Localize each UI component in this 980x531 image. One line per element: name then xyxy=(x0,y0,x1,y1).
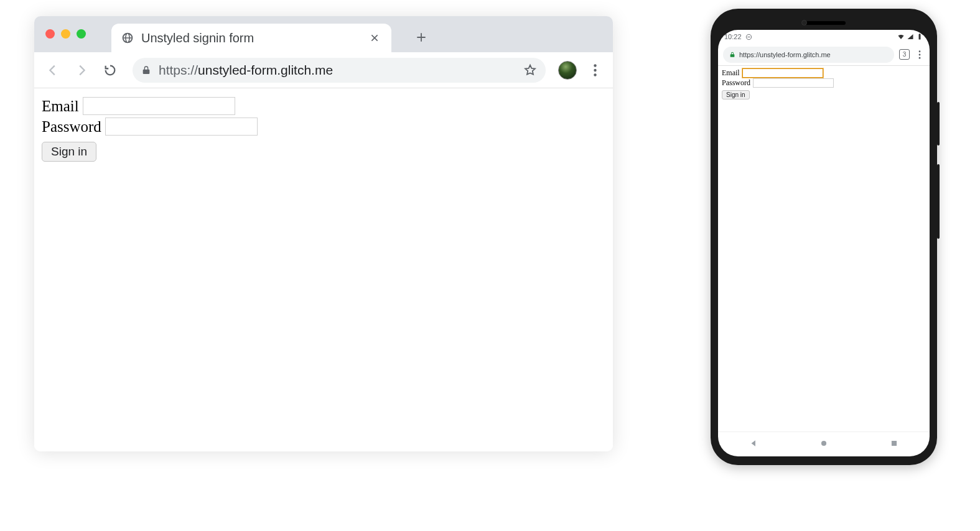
browser-menu-button[interactable] xyxy=(586,61,604,80)
browser-tab[interactable]: Unstyled signin form xyxy=(111,24,391,52)
mobile-browser-toolbar: https://unstyled-form.glitch.me 3 xyxy=(718,44,930,66)
email-label: Email xyxy=(42,98,79,115)
phone-side-button xyxy=(937,102,940,145)
svg-point-0 xyxy=(594,64,596,67)
maximize-window-button[interactable] xyxy=(77,29,86,39)
phone-frame: 10:22 ht xyxy=(711,9,937,465)
mobile-menu-button[interactable] xyxy=(915,50,925,59)
url-origin: unstyled-form.glitch.me xyxy=(198,63,333,77)
mobile-email-input[interactable] xyxy=(742,68,823,78)
email-input[interactable] xyxy=(83,97,235,115)
minimize-window-button[interactable] xyxy=(61,29,70,39)
reload-button[interactable] xyxy=(100,60,120,80)
status-right xyxy=(897,33,923,40)
password-row: Password xyxy=(42,118,605,136)
mobile-address-bar[interactable]: https://unstyled-form.glitch.me xyxy=(723,47,894,63)
tab-title: Unstyled signin form xyxy=(141,31,360,45)
svg-point-8 xyxy=(919,57,921,58)
wifi-icon xyxy=(897,33,905,40)
svg-rect-4 xyxy=(919,34,921,40)
url-text: https://unstyled-form.glitch.me xyxy=(159,63,516,78)
back-button[interactable] xyxy=(43,60,63,80)
forward-button[interactable] xyxy=(72,60,91,80)
phone-side-button xyxy=(937,164,940,239)
mobile-url-text: https://unstyled-form.glitch.me xyxy=(739,51,831,58)
phone-speaker xyxy=(802,21,846,25)
tab-switcher-button[interactable]: 3 xyxy=(899,49,910,60)
password-input[interactable] xyxy=(105,118,258,136)
close-tab-button[interactable] xyxy=(368,31,381,45)
mobile-password-row: Password xyxy=(722,78,926,88)
status-time: 10:22 xyxy=(724,33,742,40)
svg-rect-5 xyxy=(919,34,920,34)
mobile-page-content: Email Password Sign in xyxy=(718,66,930,432)
status-left: 10:22 xyxy=(724,33,752,40)
svg-rect-10 xyxy=(892,440,897,445)
email-row: Email xyxy=(42,97,605,115)
new-tab-button[interactable] xyxy=(409,25,434,50)
url-scheme: https:// xyxy=(159,63,198,77)
do-not-disturb-icon xyxy=(745,34,752,40)
close-window-button[interactable] xyxy=(45,29,55,39)
globe-icon xyxy=(121,32,134,44)
tab-strip: Unstyled signin form xyxy=(34,16,613,52)
bookmark-star-icon[interactable] xyxy=(523,63,537,77)
page-content: Email Password Sign in xyxy=(34,88,613,451)
svg-point-2 xyxy=(594,73,596,76)
android-home-button[interactable] xyxy=(819,439,828,450)
window-controls xyxy=(45,29,86,39)
android-status-bar: 10:22 xyxy=(718,30,930,44)
desktop-browser-window: Unstyled signin form https://unstyled-fo… xyxy=(34,16,613,451)
mobile-signin-button[interactable]: Sign in xyxy=(722,90,750,99)
battery-icon xyxy=(916,33,923,40)
android-nav-bar xyxy=(718,432,930,456)
profile-avatar[interactable] xyxy=(558,61,577,80)
svg-point-1 xyxy=(594,68,596,71)
phone-screen: 10:22 ht xyxy=(718,30,930,456)
lock-icon xyxy=(729,52,735,58)
browser-toolbar: https://unstyled-form.glitch.me xyxy=(34,52,613,88)
android-overview-button[interactable] xyxy=(890,439,898,450)
svg-point-6 xyxy=(919,50,921,52)
mobile-email-row: Email xyxy=(722,68,926,78)
tab-count: 3 xyxy=(903,51,907,58)
signal-icon xyxy=(907,33,914,40)
android-back-button[interactable] xyxy=(749,439,758,450)
mobile-email-label: Email xyxy=(722,68,740,78)
svg-point-9 xyxy=(821,440,826,445)
lock-icon xyxy=(141,65,151,75)
mobile-password-label: Password xyxy=(722,78,750,88)
address-bar[interactable]: https://unstyled-form.glitch.me xyxy=(133,58,546,83)
signin-button[interactable]: Sign in xyxy=(42,142,96,162)
svg-point-7 xyxy=(919,53,921,55)
phone-camera xyxy=(801,20,807,25)
password-label: Password xyxy=(42,118,101,136)
mobile-password-input[interactable] xyxy=(753,78,834,88)
